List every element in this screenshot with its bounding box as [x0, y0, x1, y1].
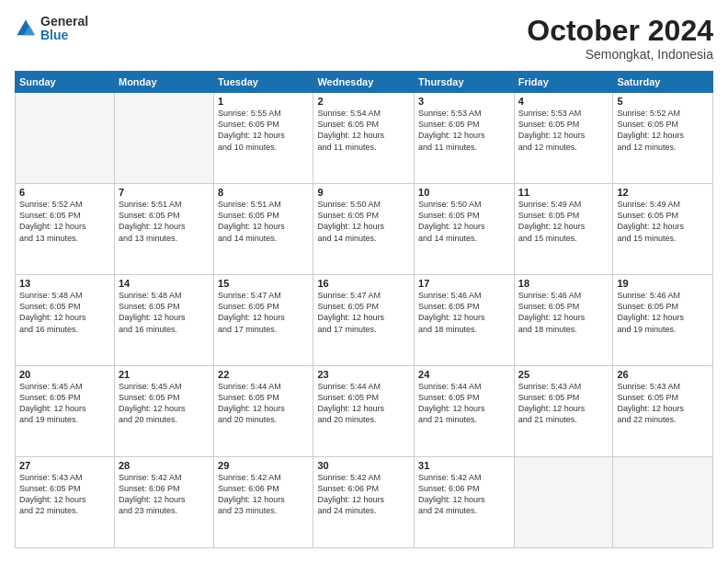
calendar-cell [514, 457, 613, 548]
day-info: Sunrise: 5:43 AM Sunset: 6:05 PM Dayligh… [617, 381, 709, 426]
day-number: 25 [518, 369, 609, 380]
day-number: 17 [418, 278, 510, 289]
calendar-cell: 24Sunrise: 5:44 AM Sunset: 6:05 PM Dayli… [415, 366, 515, 457]
day-number: 13 [19, 278, 110, 289]
day-info: Sunrise: 5:44 AM Sunset: 6:05 PM Dayligh… [317, 381, 410, 426]
calendar-week-row: 27Sunrise: 5:43 AM Sunset: 6:05 PM Dayli… [16, 457, 713, 548]
day-number: 7 [119, 187, 210, 198]
day-info: Sunrise: 5:42 AM Sunset: 6:06 PM Dayligh… [317, 472, 410, 517]
calendar-cell: 1Sunrise: 5:55 AM Sunset: 6:05 PM Daylig… [214, 93, 313, 184]
calendar-day-header: Wednesday [313, 72, 415, 93]
day-number: 12 [617, 187, 709, 198]
day-info: Sunrise: 5:44 AM Sunset: 6:05 PM Dayligh… [418, 381, 510, 426]
day-number: 31 [418, 460, 510, 471]
calendar-day-header: Saturday [613, 72, 713, 93]
location: Semongkat, Indonesia [527, 47, 713, 62]
header: General Blue October 2024 Semongkat, Ind… [15, 15, 713, 62]
calendar-cell: 17Sunrise: 5:46 AM Sunset: 6:05 PM Dayli… [415, 275, 515, 366]
day-info: Sunrise: 5:48 AM Sunset: 6:05 PM Dayligh… [119, 290, 210, 335]
day-info: Sunrise: 5:50 AM Sunset: 6:05 PM Dayligh… [418, 199, 510, 244]
calendar-cell: 8Sunrise: 5:51 AM Sunset: 6:05 PM Daylig… [214, 184, 313, 275]
calendar-day-header: Monday [114, 72, 213, 93]
calendar-day-header: Tuesday [214, 72, 313, 93]
day-number: 11 [518, 187, 609, 198]
calendar-cell: 2Sunrise: 5:54 AM Sunset: 6:05 PM Daylig… [313, 93, 415, 184]
day-info: Sunrise: 5:51 AM Sunset: 6:05 PM Dayligh… [218, 199, 309, 244]
title-section: October 2024 Semongkat, Indonesia [527, 15, 713, 62]
calendar-cell: 11Sunrise: 5:49 AM Sunset: 6:05 PM Dayli… [514, 184, 613, 275]
day-number: 9 [317, 187, 410, 198]
day-info: Sunrise: 5:47 AM Sunset: 6:05 PM Dayligh… [218, 290, 309, 335]
day-number: 30 [317, 460, 410, 471]
calendar-cell: 6Sunrise: 5:52 AM Sunset: 6:05 PM Daylig… [16, 184, 115, 275]
calendar-table: SundayMondayTuesdayWednesdayThursdayFrid… [15, 71, 713, 548]
day-number: 16 [317, 278, 410, 289]
calendar-cell: 19Sunrise: 5:46 AM Sunset: 6:05 PM Dayli… [613, 275, 713, 366]
day-info: Sunrise: 5:46 AM Sunset: 6:05 PM Dayligh… [617, 290, 709, 335]
day-info: Sunrise: 5:52 AM Sunset: 6:05 PM Dayligh… [19, 199, 110, 244]
day-info: Sunrise: 5:45 AM Sunset: 6:05 PM Dayligh… [119, 381, 210, 426]
calendar-cell: 22Sunrise: 5:44 AM Sunset: 6:05 PM Dayli… [214, 366, 313, 457]
day-number: 20 [19, 369, 110, 380]
day-info: Sunrise: 5:54 AM Sunset: 6:05 PM Dayligh… [317, 108, 410, 153]
day-number: 24 [418, 369, 510, 380]
calendar-cell: 31Sunrise: 5:42 AM Sunset: 6:06 PM Dayli… [415, 457, 515, 548]
day-number: 10 [418, 187, 510, 198]
calendar-cell [613, 457, 713, 548]
calendar-day-header: Friday [514, 72, 613, 93]
day-number: 28 [119, 460, 210, 471]
day-number: 4 [518, 96, 609, 107]
day-number: 14 [119, 278, 210, 289]
calendar-cell: 28Sunrise: 5:42 AM Sunset: 6:06 PM Dayli… [114, 457, 213, 548]
day-info: Sunrise: 5:55 AM Sunset: 6:05 PM Dayligh… [218, 108, 309, 153]
day-info: Sunrise: 5:42 AM Sunset: 6:06 PM Dayligh… [218, 472, 309, 517]
calendar-week-row: 20Sunrise: 5:45 AM Sunset: 6:05 PM Dayli… [16, 366, 713, 457]
logo-blue: Blue [40, 29, 88, 42]
calendar-header-row: SundayMondayTuesdayWednesdayThursdayFrid… [16, 72, 713, 93]
day-info: Sunrise: 5:42 AM Sunset: 6:06 PM Dayligh… [418, 472, 510, 517]
calendar-cell: 21Sunrise: 5:45 AM Sunset: 6:05 PM Dayli… [114, 366, 213, 457]
calendar-cell: 14Sunrise: 5:48 AM Sunset: 6:05 PM Dayli… [114, 275, 213, 366]
day-info: Sunrise: 5:43 AM Sunset: 6:05 PM Dayligh… [19, 472, 110, 517]
calendar-cell: 23Sunrise: 5:44 AM Sunset: 6:05 PM Dayli… [313, 366, 415, 457]
day-number: 2 [317, 96, 410, 107]
logo-text: General Blue [40, 15, 88, 43]
calendar-cell: 27Sunrise: 5:43 AM Sunset: 6:05 PM Dayli… [16, 457, 115, 548]
calendar-cell: 30Sunrise: 5:42 AM Sunset: 6:06 PM Dayli… [313, 457, 415, 548]
day-number: 27 [19, 460, 110, 471]
calendar-cell: 25Sunrise: 5:43 AM Sunset: 6:05 PM Dayli… [514, 366, 613, 457]
day-info: Sunrise: 5:50 AM Sunset: 6:05 PM Dayligh… [317, 199, 410, 244]
calendar-cell: 16Sunrise: 5:47 AM Sunset: 6:05 PM Dayli… [313, 275, 415, 366]
calendar-cell: 9Sunrise: 5:50 AM Sunset: 6:05 PM Daylig… [313, 184, 415, 275]
day-number: 21 [119, 369, 210, 380]
calendar-cell: 10Sunrise: 5:50 AM Sunset: 6:05 PM Dayli… [415, 184, 515, 275]
calendar-day-header: Thursday [415, 72, 515, 93]
logo: General Blue [15, 15, 88, 43]
month-title: October 2024 [527, 15, 713, 47]
day-info: Sunrise: 5:45 AM Sunset: 6:05 PM Dayligh… [19, 381, 110, 426]
calendar-cell: 20Sunrise: 5:45 AM Sunset: 6:05 PM Dayli… [16, 366, 115, 457]
calendar-cell: 12Sunrise: 5:49 AM Sunset: 6:05 PM Dayli… [613, 184, 713, 275]
calendar-cell: 13Sunrise: 5:48 AM Sunset: 6:05 PM Dayli… [16, 275, 115, 366]
calendar-week-row: 13Sunrise: 5:48 AM Sunset: 6:05 PM Dayli… [16, 275, 713, 366]
calendar-cell: 15Sunrise: 5:47 AM Sunset: 6:05 PM Dayli… [214, 275, 313, 366]
day-number: 23 [317, 369, 410, 380]
calendar-week-row: 6Sunrise: 5:52 AM Sunset: 6:05 PM Daylig… [16, 184, 713, 275]
day-info: Sunrise: 5:46 AM Sunset: 6:05 PM Dayligh… [518, 290, 609, 335]
calendar-cell: 26Sunrise: 5:43 AM Sunset: 6:05 PM Dayli… [613, 366, 713, 457]
day-number: 26 [617, 369, 709, 380]
day-info: Sunrise: 5:52 AM Sunset: 6:05 PM Dayligh… [617, 108, 709, 153]
calendar-day-header: Sunday [16, 72, 115, 93]
day-number: 22 [218, 369, 309, 380]
day-info: Sunrise: 5:48 AM Sunset: 6:05 PM Dayligh… [19, 290, 110, 335]
calendar-cell: 18Sunrise: 5:46 AM Sunset: 6:05 PM Dayli… [514, 275, 613, 366]
day-number: 6 [19, 187, 110, 198]
day-info: Sunrise: 5:47 AM Sunset: 6:05 PM Dayligh… [317, 290, 410, 335]
calendar-cell [114, 93, 213, 184]
calendar-week-row: 1Sunrise: 5:55 AM Sunset: 6:05 PM Daylig… [16, 93, 713, 184]
day-number: 29 [218, 460, 309, 471]
day-number: 19 [617, 278, 709, 289]
day-info: Sunrise: 5:53 AM Sunset: 6:05 PM Dayligh… [418, 108, 510, 153]
calendar-cell: 5Sunrise: 5:52 AM Sunset: 6:05 PM Daylig… [613, 93, 713, 184]
day-info: Sunrise: 5:51 AM Sunset: 6:05 PM Dayligh… [119, 199, 210, 244]
